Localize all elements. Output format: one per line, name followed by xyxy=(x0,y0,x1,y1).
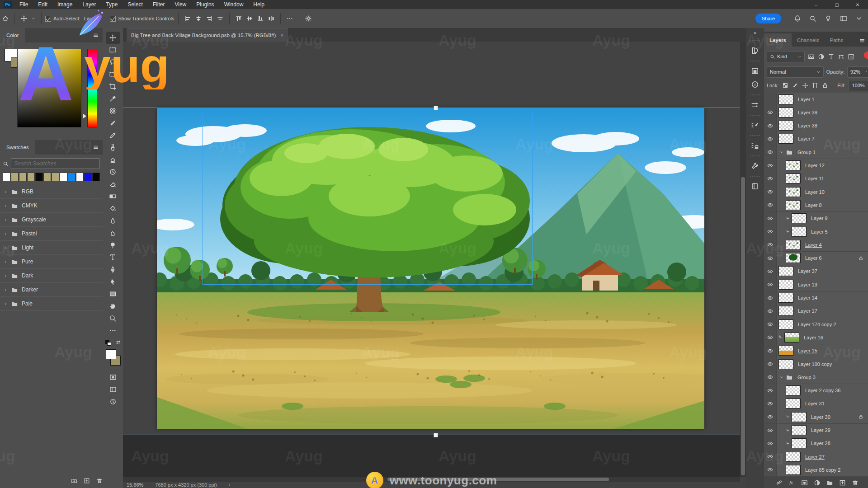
align-left-icon[interactable] xyxy=(182,13,193,24)
smudge-tool[interactable] xyxy=(106,227,120,239)
foreground-color-swatch[interactable] xyxy=(106,349,116,359)
layer-thumbnail[interactable] xyxy=(778,306,793,316)
visibility-eye-icon[interactable] xyxy=(764,106,777,119)
maximize-button[interactable]: ▢ xyxy=(826,0,847,9)
layer-row[interactable]: Layer 6 xyxy=(764,252,868,265)
transform-bottom-handle[interactable] xyxy=(434,433,438,437)
tab-paths[interactable]: Paths xyxy=(825,33,849,47)
folder-chevron-icon[interactable] xyxy=(4,232,8,236)
align-top-icon[interactable] xyxy=(233,13,244,24)
brushes-panel-icon[interactable] xyxy=(748,98,762,112)
menu-window[interactable]: Window xyxy=(219,0,249,9)
layer-row[interactable]: Layer 8 xyxy=(764,198,868,212)
layer-name[interactable]: Layer 13 xyxy=(798,282,817,287)
layer-name[interactable]: Layer 5 xyxy=(811,229,828,235)
layer-thumbnail[interactable] xyxy=(786,174,801,183)
history-brush-tool[interactable] xyxy=(106,166,120,178)
layer-thumbnail[interactable] xyxy=(778,293,793,303)
layer-thumbnail[interactable] xyxy=(792,412,807,422)
layer-row[interactable]: Layer 31 xyxy=(764,397,868,411)
layer-thumbnail[interactable] xyxy=(778,94,793,104)
link-layers-icon[interactable] xyxy=(776,479,783,486)
visibility-eye-icon[interactable] xyxy=(764,463,777,476)
swatch-folder-darker[interactable]: Darker xyxy=(0,283,103,297)
layer-thumbnail[interactable] xyxy=(778,121,793,131)
visibility-eye-icon[interactable] xyxy=(764,318,777,331)
swatch-folder-pastel[interactable]: Pastel xyxy=(0,227,103,241)
filter-shape-layers-icon[interactable] xyxy=(838,53,844,60)
swatch-chip[interactable] xyxy=(43,173,51,181)
auto-select-chevron-icon[interactable] xyxy=(98,16,102,21)
filter-pixel-layers-icon[interactable] xyxy=(808,53,815,60)
layer-thumbnail[interactable] xyxy=(778,359,793,369)
tab-swatches[interactable]: Swatches xyxy=(0,140,35,155)
layer-name[interactable]: Layer 10 xyxy=(805,189,825,195)
menu-view[interactable]: View xyxy=(170,0,191,9)
group-expand-chevron-icon[interactable] xyxy=(779,150,784,155)
visibility-eye-icon[interactable] xyxy=(764,225,777,238)
layer-name[interactable]: Layer 85 copy 2 xyxy=(805,467,840,473)
new-group-folder-icon[interactable] xyxy=(71,478,77,484)
layer-thumbnail[interactable] xyxy=(786,240,801,250)
layer-name[interactable]: Layer 1 xyxy=(798,97,815,102)
color-panel-menu-icon[interactable] xyxy=(93,32,99,38)
notifications-bell-icon[interactable] xyxy=(792,13,803,24)
align-settings-gear-icon[interactable] xyxy=(303,13,314,24)
swatch-chip[interactable] xyxy=(27,173,35,181)
layer-name[interactable]: Layer 11 xyxy=(805,176,824,181)
saturation-brightness-field[interactable] xyxy=(17,49,81,127)
visibility-eye-icon[interactable] xyxy=(764,344,777,357)
group-expand-chevron-icon[interactable] xyxy=(779,375,784,380)
tool-preset-chevron-icon[interactable] xyxy=(31,16,36,21)
transform-top-handle[interactable] xyxy=(434,106,438,110)
layer-row[interactable]: Layer 10 xyxy=(764,185,868,199)
blur-tool[interactable] xyxy=(106,215,120,227)
layer-row[interactable]: Layer 12 xyxy=(764,159,868,173)
visibility-eye-icon[interactable] xyxy=(764,265,777,278)
tool-presets-panel-icon[interactable] xyxy=(748,159,762,173)
quick-mask-icon[interactable] xyxy=(106,371,120,383)
layer-name[interactable]: Layer 2 copy 36 xyxy=(805,388,840,393)
search-swatches-input[interactable] xyxy=(11,158,100,169)
align-right-icon[interactable] xyxy=(204,13,215,24)
lock-transparency-icon[interactable] xyxy=(782,82,788,89)
swatch-chip[interactable] xyxy=(76,173,84,181)
new-layer-icon[interactable] xyxy=(839,479,846,486)
swatch-folder-dark[interactable]: Dark xyxy=(0,269,103,283)
swatch-chip[interactable] xyxy=(35,173,43,181)
swatch-chip[interactable] xyxy=(84,173,92,181)
photoshop-logo[interactable]: Ps xyxy=(4,1,12,8)
edit-toolbar[interactable] xyxy=(106,324,120,337)
layer-name[interactable]: Layer 8 xyxy=(805,202,822,208)
gradient-tool[interactable] xyxy=(106,190,120,202)
type-tool[interactable] xyxy=(106,251,120,263)
layer-name[interactable]: Layer 100 copy xyxy=(798,361,832,367)
tab-channels[interactable]: Channels xyxy=(792,33,825,47)
layer-name[interactable]: Layer 16 xyxy=(804,335,823,340)
menu-help[interactable]: Help xyxy=(248,0,269,9)
swap-colors-icon[interactable]: ⇄ xyxy=(116,339,120,345)
lock-position-icon[interactable] xyxy=(802,82,808,89)
rotate-view-icon[interactable] xyxy=(106,395,120,408)
swatch-folder-light[interactable]: Light xyxy=(0,241,103,255)
layer-row[interactable]: Layer 2 copy 36 xyxy=(764,384,868,398)
swatch-chip[interactable] xyxy=(68,173,75,181)
swatch-chip[interactable] xyxy=(60,173,67,181)
layer-name[interactable]: Layer 37 xyxy=(798,268,817,274)
visibility-eye-icon[interactable] xyxy=(764,437,777,450)
layer-row[interactable]: Layer 85 copy 2 xyxy=(764,463,868,477)
share-button[interactable]: Share xyxy=(755,14,781,23)
spot-healing-brush-tool[interactable] xyxy=(106,105,120,117)
document-tab-close-icon[interactable]: × xyxy=(280,33,283,38)
lock-all-icon[interactable] xyxy=(822,82,828,89)
folder-chevron-icon[interactable] xyxy=(4,288,8,292)
layer-effects-fx-icon[interactable]: fx xyxy=(788,479,795,486)
folder-chevron-icon[interactable] xyxy=(4,218,8,222)
menu-type[interactable]: Type xyxy=(101,0,123,9)
swatch-chip[interactable] xyxy=(52,173,59,181)
layers-panel-menu-icon[interactable] xyxy=(859,38,865,47)
visibility-eye-icon[interactable] xyxy=(764,424,777,437)
layer-row[interactable]: Layer 15 xyxy=(764,344,868,358)
layer-row[interactable]: Layer 5 xyxy=(764,225,868,239)
swatch-folder-cmyk[interactable]: CMYK xyxy=(0,199,103,213)
